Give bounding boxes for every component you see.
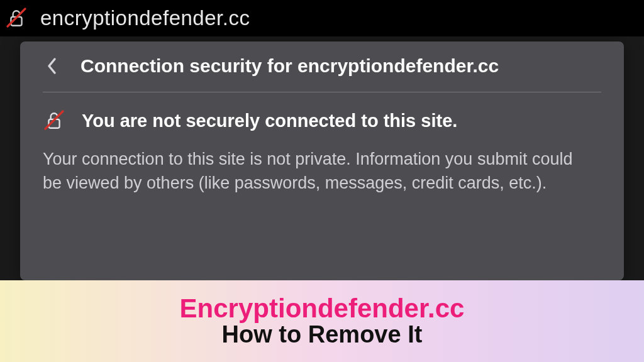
footer-title: Encryptiondefender.cc bbox=[180, 293, 465, 324]
panel-divider bbox=[43, 92, 601, 92]
svg-rect-0 bbox=[11, 17, 21, 26]
panel-header: Connection security for encryptiondefend… bbox=[43, 55, 601, 77]
back-button[interactable] bbox=[43, 57, 62, 75]
panel-title: Connection security for encryptiondefend… bbox=[80, 55, 499, 77]
svg-rect-13 bbox=[48, 119, 59, 128]
lock-insecure-icon bbox=[44, 110, 64, 131]
security-panel: Connection security for encryptiondefend… bbox=[20, 41, 624, 280]
warning-row: You are not securely connected to this s… bbox=[43, 110, 601, 131]
url-bar[interactable]: encryptiondefender.cc bbox=[0, 0, 644, 36]
app-canvas: encryptiondefender.cc SENSORS TECHFORUM … bbox=[0, 0, 644, 362]
detail-text: Your connection to this site is not priv… bbox=[43, 148, 601, 195]
footer-subtitle: How to Remove It bbox=[222, 321, 423, 348]
warning-text: You are not securely connected to this s… bbox=[82, 111, 457, 131]
lock-insecure-icon bbox=[6, 8, 26, 29]
url-text: encryptiondefender.cc bbox=[40, 6, 250, 30]
footer-band: Encryptiondefender.cc How to Remove It bbox=[0, 280, 644, 362]
